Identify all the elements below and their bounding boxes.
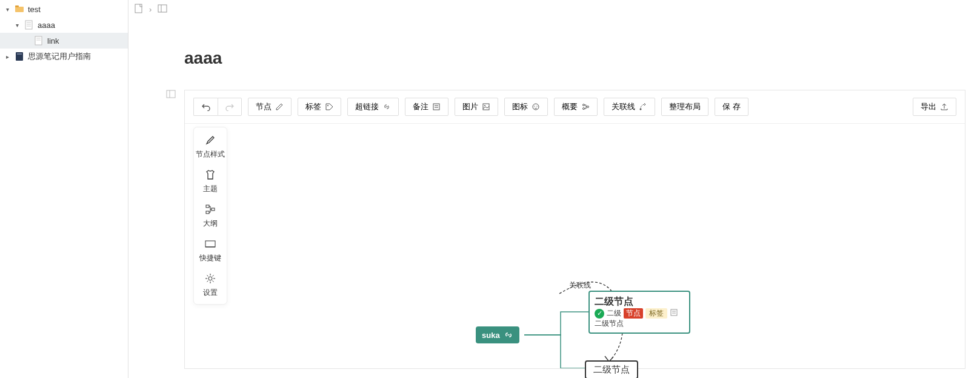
image-icon [482, 103, 490, 111]
svg-point-28 [640, 109, 642, 110]
link-icon [504, 330, 513, 340]
mindmap-connectors [185, 124, 965, 368]
relation-icon [639, 103, 647, 111]
svg-rect-0 [15, 7, 24, 12]
icon-button[interactable]: 图标 [504, 98, 548, 116]
tree-item-label: link [47, 36, 59, 46]
tree-item-label: test [28, 5, 41, 14]
note-icon [670, 308, 678, 319]
chevron-down-icon: ▾ [4, 6, 11, 13]
tag-icon [325, 103, 333, 111]
link-icon [382, 103, 391, 111]
mindmap-container: 节点 标签 超链接 备注 [184, 90, 965, 369]
mindmap-root-node[interactable]: suka [476, 326, 519, 343]
tag-button[interactable]: 标签 [298, 98, 341, 116]
tree-item-link[interactable]: link [0, 33, 128, 49]
check-icon: ✓ [595, 309, 604, 319]
svg-rect-17 [433, 104, 439, 110]
svg-rect-10 [17, 53, 22, 55]
undo-icon [201, 103, 211, 111]
redo-button[interactable] [218, 98, 242, 116]
summary-button[interactable]: 概要 [554, 98, 598, 116]
svg-rect-35 [671, 309, 677, 316]
pencil-icon [275, 103, 284, 111]
doc-icon [34, 36, 44, 46]
content-area: aaaa 节点 [128, 18, 980, 378]
mindmap-toolbar: 节点 标签 超链接 备注 [185, 90, 965, 124]
hyperlink-button[interactable]: 超链接 [347, 98, 399, 116]
export-button[interactable]: 导出 [913, 98, 956, 116]
relation-button[interactable]: 关联线 [604, 98, 655, 116]
svg-rect-1 [15, 5, 19, 7]
tree-item-test[interactable]: ▾ test [0, 1, 128, 17]
tree-item-guide[interactable]: ▸ 思源笔记用户指南 [0, 49, 128, 64]
doc-icon[interactable] [135, 4, 143, 15]
tree-item-label: 思源笔记用户指南 [28, 51, 91, 62]
smile-icon [532, 103, 540, 111]
tree-item-label: aaaa [38, 21, 55, 30]
doc-icon [24, 20, 34, 30]
svg-rect-11 [135, 4, 142, 13]
svg-point-16 [327, 105, 328, 106]
chevron-right-icon: ▸ [4, 53, 11, 60]
svg-rect-14 [167, 90, 175, 98]
page-title[interactable]: aaaa [184, 49, 965, 68]
svg-point-21 [484, 105, 485, 106]
block-handle-icon[interactable] [166, 90, 176, 100]
tag-chip: 标签 [645, 308, 667, 319]
mindmap-node-2[interactable]: 二级节点 [585, 360, 638, 378]
layout-button[interactable]: 整理布局 [661, 98, 708, 116]
save-button[interactable]: 保 存 [715, 98, 748, 116]
mindmap-canvas[interactable]: 关联线 suka 二级节点 ✓ 二级节点 标签 二级节点 [185, 124, 965, 368]
undo-button[interactable] [193, 98, 218, 116]
image-button[interactable]: 图片 [455, 98, 498, 116]
svg-rect-12 [158, 5, 167, 12]
svg-rect-2 [25, 21, 32, 29]
summary-icon [581, 103, 590, 111]
mindmap-node-1[interactable]: 二级节点 ✓ 二级节点 标签 二级节点 [588, 291, 690, 334]
svg-rect-6 [35, 36, 42, 45]
note-icon [432, 103, 441, 111]
chevron-right-icon: › [149, 5, 152, 14]
breadcrumb: › [128, 0, 980, 18]
redo-icon [225, 103, 235, 111]
node-button[interactable]: 节点 [248, 98, 292, 116]
svg-point-23 [534, 106, 535, 106]
main-area: › aaaa [128, 0, 980, 378]
tree-item-aaaa[interactable]: ▾ aaaa [0, 17, 128, 33]
chevron-down-icon: ▾ [13, 22, 21, 29]
note-button[interactable]: 备注 [405, 98, 448, 116]
book-icon [15, 52, 24, 61]
export-icon [940, 103, 948, 111]
folder-icon [15, 4, 24, 14]
file-tree-sidebar: ▾ test ▾ aaaa link ▸ 思源笔记用户指南 [0, 0, 128, 378]
layout-icon[interactable] [158, 4, 167, 15]
relation-label[interactable]: 关联线 [569, 280, 591, 291]
svg-point-24 [536, 106, 537, 106]
